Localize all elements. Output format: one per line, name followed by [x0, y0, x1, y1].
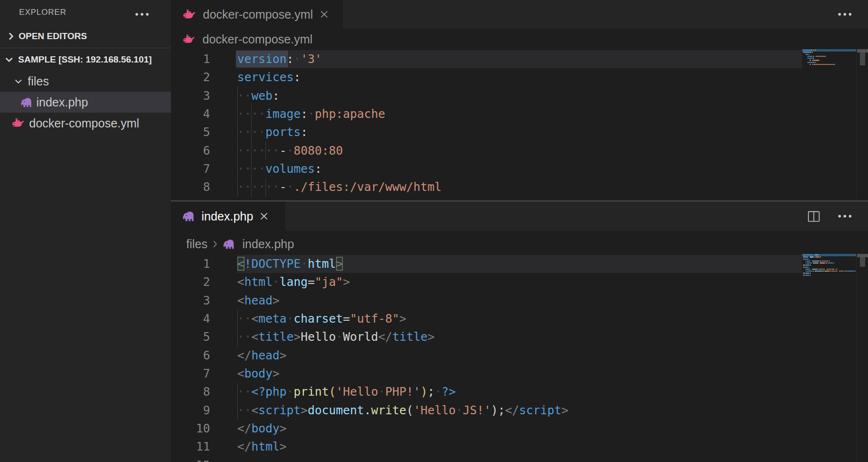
- code-line-1: 1version:·'3': [171, 50, 868, 68]
- code-line-7: 7<body>: [171, 365, 868, 383]
- code-line-10: 10</body>: [171, 420, 868, 438]
- editor-split-sash[interactable]: [171, 200, 868, 201]
- editor-group-top: docker-compose.ymldocker-compose.yml1ver…: [171, 0, 868, 200]
- chevron-down-icon: [14, 77, 22, 85]
- explorer-more-actions[interactable]: [135, 10, 149, 18]
- code-line-2: 2services:: [171, 68, 868, 86]
- code-line-3: 3<head>: [171, 292, 868, 310]
- breadcrumb-item[interactable]: index.php: [242, 237, 294, 251]
- explorer-title: EXPLORER: [19, 0, 66, 25]
- scrollbar[interactable]: [856, 254, 868, 462]
- more-actions-icon[interactable]: [838, 12, 852, 16]
- minimap[interactable]: [802, 254, 856, 297]
- explorer-sidebar: EXPLORER OPEN EDITORSSAMPLE [SSH: 192.16…: [0, 0, 171, 462]
- breadcrumb-separator-icon: [213, 240, 217, 248]
- split-editor-icon[interactable]: [808, 211, 820, 222]
- code-editor[interactable]: 1<!DOCTYPE·html>2<html·lang="ja">3<head>…: [171, 255, 868, 462]
- code-line-6: 6</head>: [171, 346, 868, 365]
- tab-label: docker-compose.yml: [203, 8, 313, 21]
- tree-item-index-php[interactable]: index.php: [0, 92, 171, 113]
- section-label: SAMPLE [SSH: 192.168.56.101]: [18, 54, 152, 65]
- code-line-4: 4··<meta·charset="utf-8">: [171, 310, 868, 328]
- code-line-5: 5··<title>Hello·World</title>: [171, 328, 868, 346]
- code-line-9: 9··<script>document.write('Hello·JS!');<…: [171, 401, 868, 420]
- tab-close-icon[interactable]: [260, 212, 268, 220]
- breadcrumb-item[interactable]: files: [186, 237, 207, 251]
- tree-item-files[interactable]: files: [0, 71, 171, 92]
- scrollbar[interactable]: [856, 49, 868, 200]
- tab-label: index.php: [201, 210, 253, 223]
- code-line-12: 12: [171, 456, 868, 462]
- php-icon: [182, 210, 195, 222]
- tab-index-php[interactable]: index.php: [171, 201, 285, 231]
- code-editor[interactable]: 1version:·'3'2services:3··web:4····image…: [171, 50, 868, 200]
- chevron-down-icon: [5, 55, 13, 64]
- tree-item-docker-compose-yml[interactable]: docker-compose.yml: [0, 113, 171, 134]
- code-line-3: 3··web:: [171, 87, 868, 105]
- docker-icon: [182, 9, 197, 21]
- code-line-9: 9: [171, 197, 868, 200]
- code-line-4: 4····image:·php:apache: [171, 105, 868, 123]
- tab-bar: index.php: [171, 201, 868, 231]
- more-actions-icon: [135, 12, 149, 16]
- section-label: OPEN EDITORS: [19, 31, 87, 42]
- code-line-6: 6······-·8080:80: [171, 142, 868, 160]
- code-line-1: 1<!DOCTYPE·html>: [171, 255, 868, 273]
- tree-item-label: index.php: [36, 95, 88, 109]
- tree-item-label: files: [28, 74, 49, 88]
- breadcrumb-item[interactable]: docker-compose.yml: [202, 32, 313, 46]
- code-line-11: 11</html>: [171, 438, 868, 456]
- docker-icon: [11, 117, 25, 129]
- vscode-window: EXPLORER OPEN EDITORSSAMPLE [SSH: 192.16…: [0, 0, 868, 462]
- editor-group-bottom: index.phpfilesindex.php1<!DOCTYPE·html>2…: [171, 201, 868, 462]
- php-icon: [223, 239, 235, 250]
- chevron-right-icon: [7, 32, 15, 41]
- breadcrumbs: docker-compose.yml: [171, 29, 868, 50]
- php-icon: [21, 97, 33, 108]
- minimap[interactable]: [802, 49, 856, 92]
- docker-icon: [182, 34, 196, 45]
- breadcrumbs: filesindex.php: [171, 231, 868, 255]
- tab-docker-compose-yml[interactable]: docker-compose.yml: [171, 0, 343, 29]
- code-line-5: 5····ports:: [171, 123, 868, 141]
- tab-bar: docker-compose.yml: [171, 0, 868, 29]
- code-line-8: 8······-·./files:/var/www/html: [171, 178, 868, 196]
- sidebar-section-open-editors[interactable]: OPEN EDITORS: [0, 25, 171, 48]
- sidebar-section-sample-ssh-192-168-56-101[interactable]: SAMPLE [SSH: 192.168.56.101]: [0, 48, 171, 71]
- code-line-2: 2<html·lang="ja">: [171, 273, 868, 291]
- code-line-8: 8··<?php·print('Hello·PHP!');·?>: [171, 383, 868, 401]
- tree-item-label: docker-compose.yml: [29, 116, 139, 130]
- tab-close-icon[interactable]: [320, 10, 328, 19]
- more-actions-icon[interactable]: [838, 214, 852, 218]
- code-line-7: 7····volumes:: [171, 160, 868, 178]
